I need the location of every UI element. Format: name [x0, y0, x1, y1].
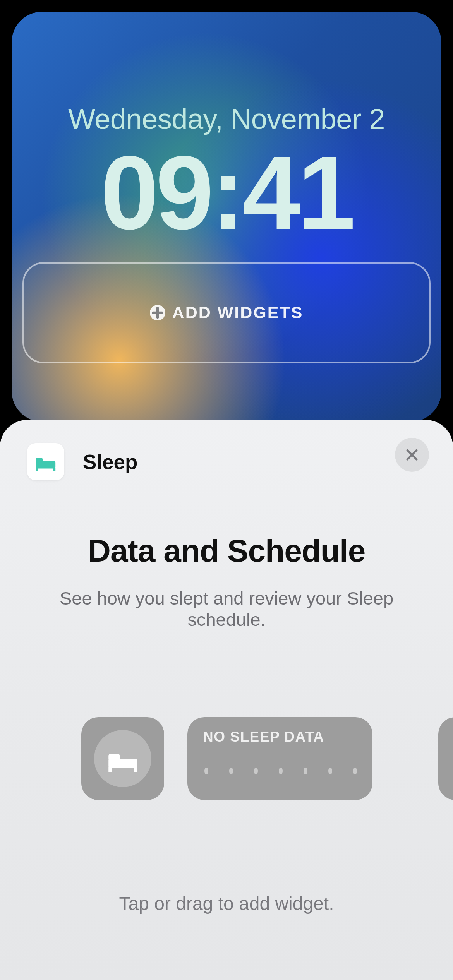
- plus-circle-icon: [150, 305, 165, 320]
- svg-rect-5: [53, 468, 55, 471]
- close-button[interactable]: [395, 438, 429, 472]
- day-dot: [229, 768, 233, 774]
- svg-rect-4: [36, 468, 38, 471]
- lock-screen-date[interactable]: Wednesday, November 2: [12, 103, 441, 135]
- day-dot: [304, 768, 307, 774]
- sheet-subtitle: See how you slept and review your Sleep …: [0, 588, 453, 630]
- day-dot: [204, 768, 208, 774]
- svg-rect-9: [108, 754, 120, 761]
- widget-picker-sheet: Sleep Data and Schedule See how you slep…: [0, 420, 453, 980]
- no-sleep-data-label: NO SLEEP DATA: [203, 729, 357, 745]
- day-dot: [254, 768, 258, 774]
- sleep-widget-next-peek[interactable]: [438, 717, 453, 800]
- svg-rect-10: [108, 767, 112, 772]
- sheet-app-name: Sleep: [83, 450, 137, 474]
- sheet-header: Sleep: [0, 443, 453, 480]
- sleep-app-icon: [27, 443, 64, 480]
- bed-icon: [106, 742, 139, 775]
- day-dot: [328, 768, 332, 774]
- day-dot: [279, 768, 283, 774]
- sleep-week-dots: [203, 768, 357, 774]
- sleep-widget-medium[interactable]: NO SLEEP DATA: [187, 717, 372, 800]
- sheet-title: Data and Schedule: [0, 533, 453, 569]
- add-widgets-label: ADD WIDGETS: [172, 303, 304, 322]
- lock-screen-widget-editor: Wednesday, November 2 09:41 ADD WIDGETS: [0, 0, 453, 980]
- lock-screen-preview: Wednesday, November 2 09:41 ADD WIDGETS: [12, 12, 441, 422]
- close-icon: [404, 447, 420, 463]
- svg-rect-3: [36, 458, 43, 463]
- day-dot: [353, 768, 357, 774]
- widget-hint: Tap or drag to add widget.: [0, 893, 453, 914]
- sleep-widget-small[interactable]: [81, 717, 164, 800]
- svg-rect-11: [134, 767, 137, 772]
- lock-screen-time[interactable]: 09:41: [12, 143, 441, 243]
- add-widgets-button[interactable]: ADD WIDGETS: [22, 262, 431, 363]
- sleep-widget-circle: [94, 730, 151, 787]
- widget-gallery[interactable]: NO SLEEP DATA: [0, 717, 453, 800]
